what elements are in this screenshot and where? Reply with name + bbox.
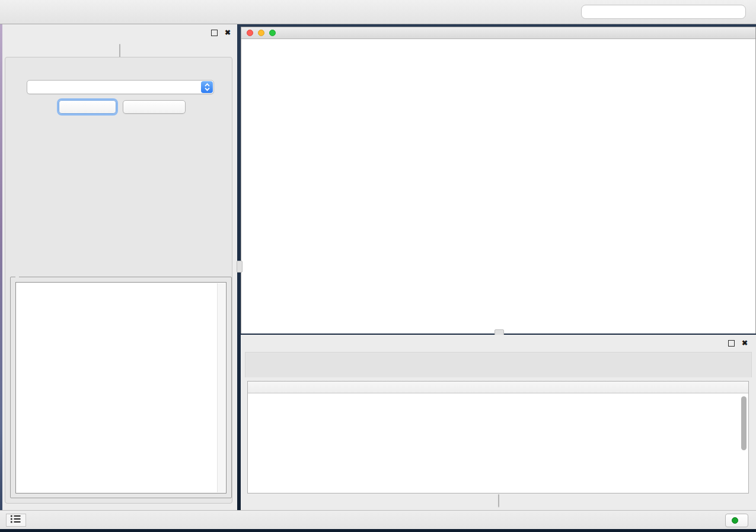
close-panel-button[interactable] (123, 100, 186, 114)
mcds-result-list (15, 282, 227, 493)
select-stepper-icon (201, 81, 213, 93)
control-panel-tabs (119, 44, 120, 57)
main-toolbar (0, 0, 756, 24)
table-panel: ✖ (241, 335, 756, 510)
table-scrollbar-thumb[interactable] (741, 396, 747, 450)
table-panel-header: ✖ (241, 335, 756, 351)
mcds-tab-content (5, 57, 232, 504)
status-bar (0, 510, 756, 529)
table-panel-tabs (498, 494, 499, 507)
table-toolbar (245, 352, 752, 377)
network-graph[interactable] (241, 39, 755, 334)
close-window-icon[interactable] (247, 30, 253, 36)
float-table-panel-icon[interactable] (728, 340, 735, 347)
search-input[interactable] (588, 6, 745, 18)
memory-button[interactable] (725, 514, 748, 527)
run-mcds-button[interactable] (59, 100, 116, 114)
node-table (247, 381, 749, 493)
criterion-select[interactable] (27, 80, 214, 94)
vertical-split-handle[interactable] (237, 261, 243, 273)
table-header-row (248, 382, 748, 393)
minimize-window-icon[interactable] (258, 30, 264, 36)
network-window-titlebar[interactable] (241, 27, 755, 39)
network-view-canvas[interactable] (241, 39, 755, 334)
control-panel-header: ✖ (2, 24, 237, 41)
task-list-icon (11, 515, 21, 525)
close-panel-icon[interactable]: ✖ (225, 28, 231, 37)
network-window (241, 27, 756, 334)
search-field[interactable] (581, 5, 746, 19)
float-panel-icon[interactable] (211, 30, 218, 36)
task-history-button[interactable] (6, 514, 26, 527)
mcds-list-scrollbar[interactable] (217, 283, 225, 492)
mcds-result-group (10, 277, 232, 498)
memory-status-icon (732, 517, 738, 524)
control-panel: ✖ (2, 24, 237, 510)
close-table-panel-icon[interactable]: ✖ (742, 339, 748, 347)
maximize-window-icon[interactable] (269, 30, 276, 36)
